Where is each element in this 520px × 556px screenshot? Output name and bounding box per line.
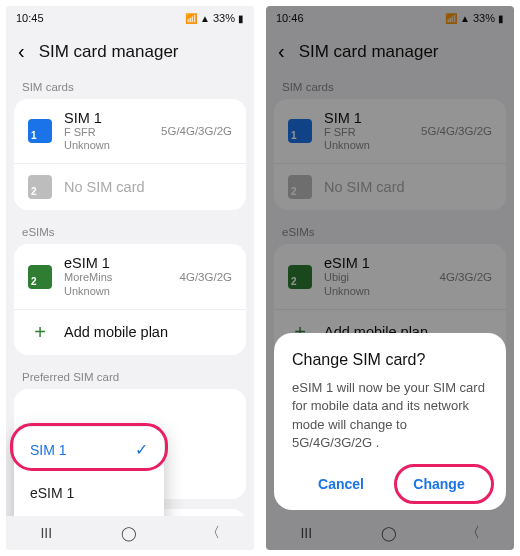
status-right: 📶 ▲ 33% ▮ [185, 12, 244, 24]
simcards-card: 1 SIM 1 F SFR Unknown 5G/4G/3G/2G 2 No S… [14, 99, 246, 210]
dialog-buttons: Cancel Change [292, 466, 488, 502]
sim1-icon: 1 [28, 119, 52, 143]
esim1-title: eSIM 1 [324, 255, 428, 271]
section-preferred: Preferred SIM card [6, 365, 254, 389]
wifi-icon: 📶 [185, 13, 197, 24]
esim1-icon: 2 [28, 265, 52, 289]
status-bar: 10:45 📶 ▲ 33% ▮ [6, 6, 254, 30]
nav-recents[interactable]: III [300, 525, 312, 541]
section-simcards: SIM cards [6, 75, 254, 99]
esim1-status: Unknown [64, 285, 110, 297]
sim1-status: Unknown [64, 139, 110, 151]
sim1-carrier: F SFR [64, 126, 96, 138]
back-icon[interactable]: ‹ [278, 40, 285, 63]
sim2-title: No SIM card [324, 179, 492, 195]
dropdown-sim1-label: SIM 1 [30, 442, 67, 458]
esim1-status: Unknown [324, 285, 370, 297]
status-time: 10:46 [276, 12, 304, 24]
back-icon[interactable]: ‹ [18, 40, 25, 63]
esim1-bands: 4G/3G/2G [440, 271, 492, 283]
dialog-body: eSIM 1 will now be your SIM card for mob… [292, 379, 488, 452]
sim2-row: 2 No SIM card [274, 163, 506, 210]
nav-back[interactable]: 〈 [206, 524, 220, 542]
content-scroll[interactable]: SIM cards 1 SIM 1 F SFR Unknown 5G/4G/3G… [6, 75, 254, 516]
nav-bar: III ◯ 〈 [266, 516, 514, 550]
preferred-dropdown: SIM 1 ✓ eSIM 1 Off [14, 427, 164, 516]
check-icon: ✓ [135, 440, 148, 459]
esim1-carrier: Ubigi [324, 271, 349, 283]
status-time: 10:45 [16, 12, 44, 24]
battery-pct: 33% [213, 12, 235, 24]
signal-icon: ▲ [200, 13, 210, 24]
phone-left: 10:45 📶 ▲ 33% ▮ ‹ SIM card manager SIM c… [6, 6, 254, 550]
app-header: ‹ SIM card manager [266, 30, 514, 75]
sim1-title: SIM 1 [64, 110, 149, 126]
esim1-carrier: MoreMins [64, 271, 112, 283]
phone-right: 10:46 📶 ▲ 33% ▮ ‹ SIM card manager SIM c… [266, 6, 514, 550]
esim1-title: eSIM 1 [64, 255, 168, 271]
esims-card: 2 eSIM 1 MoreMins Unknown 4G/3G/2G + Add… [14, 244, 246, 354]
cancel-button[interactable]: Cancel [292, 466, 390, 502]
dropdown-esim1[interactable]: eSIM 1 [14, 472, 164, 514]
sim2-row: 2 No SIM card [14, 163, 246, 210]
nav-home[interactable]: ◯ [121, 525, 137, 541]
battery-pct: 33% [473, 12, 495, 24]
sim2-icon: 2 [288, 175, 312, 199]
add-plan-label: Add mobile plan [64, 324, 232, 340]
sim1-row[interactable]: 1 SIM 1 F SFR Unknown 5G/4G/3G/2G [274, 99, 506, 163]
simcards-card: 1 SIM 1 F SFR Unknown 5G/4G/3G/2G 2 No S… [274, 99, 506, 210]
esim1-bands: 4G/3G/2G [180, 271, 232, 283]
section-simcards: SIM cards [266, 75, 514, 99]
battery-icon: ▮ [498, 13, 504, 24]
change-sim-dialog: Change SIM card? eSIM 1 will now be your… [274, 333, 506, 510]
add-plan-row[interactable]: + Add mobile plan [14, 309, 246, 355]
sim1-icon: 1 [288, 119, 312, 143]
esim1-icon: 2 [288, 265, 312, 289]
status-bar: 10:46 📶 ▲ 33% ▮ [266, 6, 514, 30]
sim1-carrier: F SFR [324, 126, 356, 138]
app-header: ‹ SIM card manager [6, 30, 254, 75]
sim2-title: No SIM card [64, 179, 232, 195]
nav-bar: III ◯ 〈 [6, 516, 254, 550]
sim1-title: SIM 1 [324, 110, 409, 126]
dropdown-off[interactable]: Off [14, 514, 164, 516]
page-title: SIM card manager [299, 42, 439, 62]
esim1-row[interactable]: 2 eSIM 1 MoreMins Unknown 4G/3G/2G [14, 244, 246, 308]
page-title: SIM card manager [39, 42, 179, 62]
sim1-row[interactable]: 1 SIM 1 F SFR Unknown 5G/4G/3G/2G [14, 99, 246, 163]
plus-icon: + [28, 321, 52, 344]
wifi-icon: 📶 [445, 13, 457, 24]
section-esims: eSIMs [266, 220, 514, 244]
sim1-status: Unknown [324, 139, 370, 151]
nav-home[interactable]: ◯ [381, 525, 397, 541]
sim2-icon: 2 [28, 175, 52, 199]
dropdown-sim1[interactable]: SIM 1 ✓ [14, 427, 164, 472]
signal-icon: ▲ [460, 13, 470, 24]
battery-icon: ▮ [238, 13, 244, 24]
nav-recents[interactable]: III [40, 525, 52, 541]
status-right: 📶 ▲ 33% ▮ [445, 12, 504, 24]
change-button[interactable]: Change [390, 466, 488, 502]
section-esims: eSIMs [6, 220, 254, 244]
sim1-bands: 5G/4G/3G/2G [421, 125, 492, 137]
dialog-title: Change SIM card? [292, 351, 488, 369]
sim1-bands: 5G/4G/3G/2G [161, 125, 232, 137]
nav-back[interactable]: 〈 [466, 524, 480, 542]
esim1-row[interactable]: 2 eSIM 1 Ubigi Unknown 4G/3G/2G [274, 244, 506, 308]
